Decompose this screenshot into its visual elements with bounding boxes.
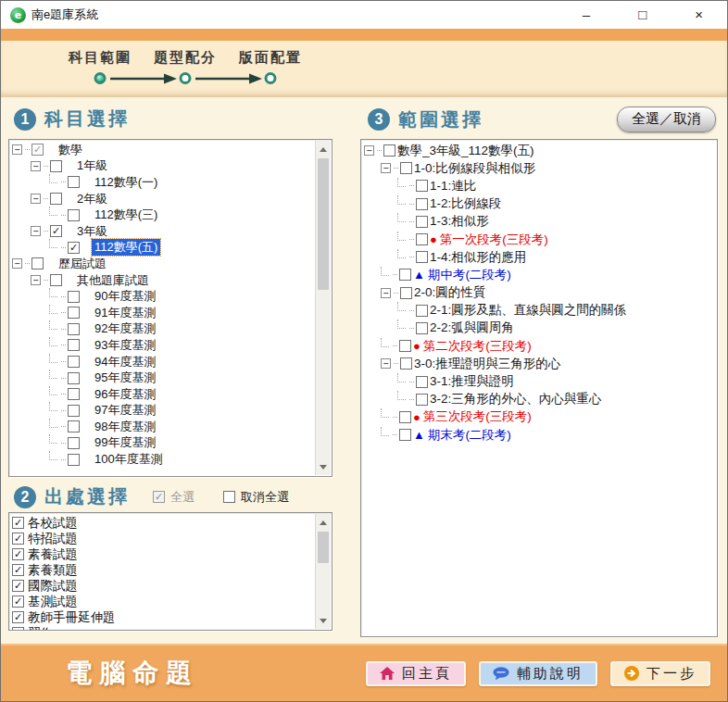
scrollbar-thumb[interactable] bbox=[318, 532, 329, 563]
tree-checkbox[interactable] bbox=[399, 411, 411, 423]
tree-item-label[interactable]: 97年度基測 bbox=[92, 402, 158, 419]
tree-item[interactable]: 99年度基測 bbox=[12, 435, 313, 452]
tree-checkbox[interactable] bbox=[400, 287, 412, 299]
tree-item-label[interactable]: 第三次段考(三段考) bbox=[422, 408, 533, 425]
subject-scrollbar[interactable] bbox=[315, 141, 331, 475]
tree-checkbox[interactable] bbox=[68, 339, 80, 351]
tree-expand-toggle[interactable]: − bbox=[12, 258, 22, 269]
tree-item[interactable]: 95年度基測 bbox=[12, 370, 313, 386]
tree-item[interactable]: 92年度基測 bbox=[12, 321, 313, 338]
scrollbar-thumb[interactable] bbox=[318, 158, 329, 290]
tree-expand-toggle[interactable]: − bbox=[31, 194, 41, 204]
tree-expand-toggle[interactable]: − bbox=[31, 161, 41, 171]
tree-item-label[interactable]: 90年度基測 bbox=[92, 288, 158, 305]
source-checkbox[interactable]: ✓ bbox=[12, 517, 24, 529]
tree-item[interactable]: 2-2:弧與圓周角 bbox=[364, 320, 713, 337]
tree-checkbox[interactable] bbox=[416, 233, 428, 245]
next-step-button[interactable]: 下一步 bbox=[610, 661, 710, 686]
tree-expand-toggle[interactable]: − bbox=[381, 163, 391, 173]
tree-checkbox[interactable] bbox=[416, 216, 428, 228]
tree-checkbox[interactable] bbox=[416, 180, 428, 192]
tree-checkbox[interactable] bbox=[68, 323, 80, 335]
tree-item[interactable]: ●第一次段考(三段考) bbox=[364, 231, 713, 248]
source-checkbox[interactable]: ✓ bbox=[12, 580, 24, 592]
tree-checkbox[interactable] bbox=[31, 257, 44, 270]
tree-item-label[interactable]: 2-0:圓的性質 bbox=[413, 284, 486, 301]
tree-item[interactable]: −3-0:推理證明與三角形的心 bbox=[364, 355, 713, 372]
select-all-checkbox[interactable]: ✓ bbox=[153, 491, 165, 503]
tree-item[interactable]: 98年度基測 bbox=[12, 419, 313, 435]
tree-expand-toggle[interactable]: − bbox=[364, 145, 374, 156]
source-item-label[interactable]: 素養試題 bbox=[28, 546, 78, 563]
source-checkbox[interactable]: ✓ bbox=[12, 533, 24, 545]
source-item-label[interactable]: 特招試題 bbox=[28, 531, 78, 547]
tree-checkbox[interactable] bbox=[383, 144, 395, 157]
source-item-label[interactable]: 國際試題 bbox=[28, 578, 78, 595]
tree-item-label[interactable]: 1-3:相似形 bbox=[429, 213, 490, 230]
tree-checkbox[interactable] bbox=[68, 405, 80, 417]
tree-checkbox[interactable] bbox=[416, 376, 428, 388]
tree-expand-toggle[interactable]: − bbox=[381, 288, 391, 298]
tree-item[interactable]: 3-1:推理與證明 bbox=[364, 372, 713, 390]
source-item-label[interactable]: 基測試題 bbox=[28, 594, 78, 610]
tree-item-label[interactable]: 112數學(三) bbox=[92, 207, 160, 223]
tree-item[interactable]: 97年度基測 bbox=[12, 403, 313, 420]
select-all-checkbox-group[interactable]: ✓ 全選 bbox=[153, 489, 195, 506]
tree-checkbox[interactable]: ✓ bbox=[31, 144, 44, 156]
tree-item[interactable]: 112數學(三) bbox=[12, 207, 313, 223]
tree-checkbox[interactable] bbox=[68, 356, 80, 368]
tree-checkbox[interactable] bbox=[50, 274, 62, 286]
tree-item-label[interactable]: 112數學(一) bbox=[92, 174, 160, 191]
tree-item[interactable]: 1-2:比例線段 bbox=[364, 195, 713, 213]
tree-expand-toggle[interactable]: − bbox=[31, 275, 41, 285]
tree-item[interactable]: 3-2:三角形的外心、內心與重心 bbox=[364, 391, 713, 408]
tree-item[interactable]: ●第三次段考(三段考) bbox=[364, 408, 713, 426]
source-list-item[interactable]: ✓教師手冊延伸題 bbox=[12, 609, 313, 625]
tree-checkbox[interactable] bbox=[399, 340, 411, 352]
source-checkbox[interactable]: ✓ bbox=[12, 564, 24, 576]
tree-item[interactable]: 1-3:相似形 bbox=[364, 213, 713, 231]
tree-item-label[interactable]: 1-4:相似形的應用 bbox=[429, 249, 527, 266]
tree-expand-toggle[interactable]: − bbox=[31, 226, 41, 236]
maximize-button[interactable]: □ bbox=[638, 1, 646, 29]
source-checkbox[interactable]: ✓ bbox=[12, 611, 24, 623]
source-item-label[interactable]: 素養類題 bbox=[28, 562, 78, 579]
source-item-label[interactable]: 習作 bbox=[28, 625, 53, 631]
tree-item-label[interactable]: 歷屆試題 bbox=[56, 256, 109, 272]
tree-item[interactable]: ●第二次段考(三段考) bbox=[364, 337, 713, 355]
source-item-label[interactable]: 教師手冊延伸題 bbox=[28, 609, 116, 626]
tree-item-label[interactable]: 3-0:推理證明與三角形的心 bbox=[413, 356, 561, 372]
tree-item-label[interactable]: 期中考(二段考) bbox=[427, 267, 512, 283]
source-checkbox[interactable]: ✓ bbox=[12, 627, 24, 630]
tree-checkbox[interactable] bbox=[50, 160, 62, 172]
tree-checkbox[interactable] bbox=[68, 420, 80, 432]
tree-item[interactable]: 90年度基測 bbox=[12, 288, 313, 305]
source-checkbox[interactable]: ✓ bbox=[12, 548, 24, 560]
tree-item[interactable]: 112數學(一) bbox=[12, 174, 313, 191]
tree-item[interactable]: −✓3年級 bbox=[12, 223, 313, 240]
source-list-item[interactable]: ✓素養試題 bbox=[12, 546, 313, 562]
deselect-all-checkbox[interactable] bbox=[223, 491, 235, 503]
tree-checkbox[interactable] bbox=[68, 176, 80, 188]
tree-item[interactable]: −歷屆試題 bbox=[12, 256, 313, 272]
scroll-up-icon[interactable] bbox=[316, 515, 331, 530]
source-scrollbar[interactable] bbox=[315, 514, 331, 629]
tree-checkbox[interactable] bbox=[68, 209, 80, 221]
tree-item-label[interactable]: 92年度基測 bbox=[92, 320, 158, 337]
tree-item[interactable]: −2-0:圓的性質 bbox=[364, 284, 713, 302]
tree-checkbox[interactable] bbox=[68, 388, 80, 400]
source-list-item[interactable]: ✓特招試題 bbox=[12, 531, 313, 546]
tree-checkbox[interactable]: ✓ bbox=[50, 225, 62, 237]
tree-checkbox[interactable] bbox=[416, 251, 428, 263]
tree-item[interactable]: −其他題庫試題 bbox=[12, 272, 313, 289]
tree-item[interactable]: ✓112數學(五) bbox=[12, 240, 313, 257]
tree-item[interactable]: 1-1:連比 bbox=[364, 177, 713, 194]
tree-checkbox[interactable] bbox=[68, 372, 80, 384]
tree-checkbox[interactable] bbox=[68, 307, 80, 319]
tree-item-label[interactable]: 期末考(二段考) bbox=[427, 427, 512, 444]
tree-checkbox[interactable] bbox=[68, 454, 80, 466]
select-all-toggle-button[interactable]: 全選／取消 bbox=[617, 107, 716, 132]
tree-item[interactable]: 1-4:相似形的應用 bbox=[364, 248, 713, 266]
tree-item-label[interactable]: 2-2:弧與圓周角 bbox=[429, 320, 515, 336]
deselect-all-checkbox-group[interactable]: 取消全選 bbox=[223, 489, 289, 506]
